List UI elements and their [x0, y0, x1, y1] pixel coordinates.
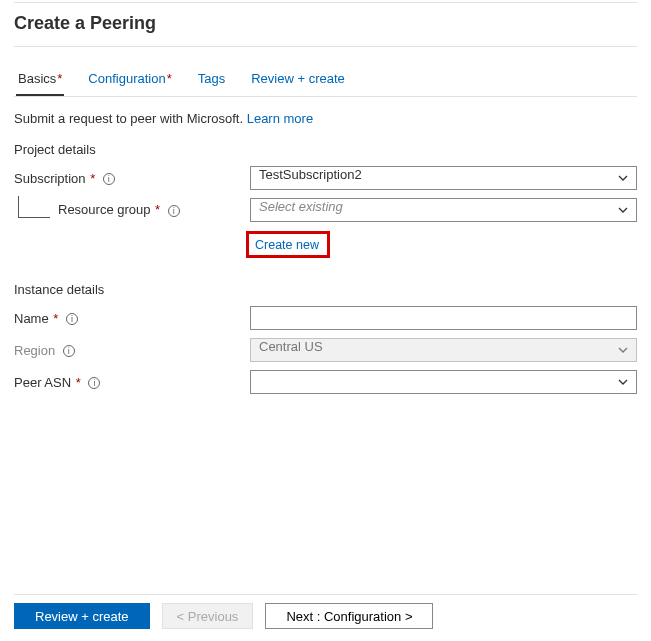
region-label-text: Region: [14, 343, 55, 358]
learn-more-link[interactable]: Learn more: [247, 111, 313, 126]
name-label: Name * i: [14, 311, 250, 326]
required-marker: *: [86, 171, 96, 186]
section-project-details: Project details: [14, 142, 637, 157]
info-icon[interactable]: i: [168, 205, 180, 217]
tree-connector-icon: [18, 196, 50, 218]
peer-asn-label: Peer ASN * i: [14, 375, 250, 390]
info-icon[interactable]: i: [88, 377, 100, 389]
tab-basics-label: Basics: [18, 71, 56, 86]
resource-group-label-text: Resource group: [58, 202, 151, 217]
page-title: Create a Peering: [14, 13, 637, 34]
peer-asn-label-text: Peer ASN: [14, 375, 71, 390]
required-marker: *: [71, 375, 81, 390]
description-plain: Submit a request to peer with Microsoft.: [14, 111, 243, 126]
tabs-bar: Basics* Configuration* Tags Review + cre…: [14, 65, 637, 97]
required-marker: *: [49, 311, 59, 326]
name-input[interactable]: [250, 306, 637, 330]
info-icon[interactable]: i: [63, 345, 75, 357]
resource-group-label: Resource group * i: [58, 202, 180, 217]
subscription-label-text: Subscription: [14, 171, 86, 186]
resource-group-placeholder: Select existing: [259, 199, 343, 214]
peer-asn-select[interactable]: [250, 370, 637, 394]
section-instance-details: Instance details: [14, 282, 637, 297]
footer-bar: Review + create < Previous Next : Config…: [14, 594, 637, 629]
next-configuration-button[interactable]: Next : Configuration >: [265, 603, 433, 629]
previous-button: < Previous: [162, 603, 254, 629]
region-select: Central US: [250, 338, 637, 362]
tab-review-create[interactable]: Review + create: [249, 65, 347, 96]
subscription-select[interactable]: TestSubscription2: [250, 166, 637, 190]
resource-group-select[interactable]: Select existing: [250, 198, 637, 222]
review-create-button[interactable]: Review + create: [14, 603, 150, 629]
tab-configuration[interactable]: Configuration*: [86, 65, 173, 96]
tab-configuration-label: Configuration: [88, 71, 165, 86]
subscription-value: TestSubscription2: [259, 167, 362, 182]
name-label-text: Name: [14, 311, 49, 326]
tab-tags-label: Tags: [198, 71, 225, 86]
required-marker: *: [166, 71, 172, 86]
description-text: Submit a request to peer with Microsoft.…: [14, 111, 637, 126]
required-marker: *: [56, 71, 62, 86]
tab-basics[interactable]: Basics*: [16, 65, 64, 96]
info-icon[interactable]: i: [66, 313, 78, 325]
region-value: Central US: [259, 339, 323, 354]
tab-tags[interactable]: Tags: [196, 65, 227, 96]
info-icon[interactable]: i: [103, 173, 115, 185]
create-new-link[interactable]: Create new: [255, 238, 319, 252]
region-label: Region i: [14, 343, 250, 358]
create-new-highlight: Create new: [246, 231, 330, 258]
required-marker: *: [151, 202, 161, 217]
subscription-label: Subscription * i: [14, 171, 250, 186]
tab-review-create-label: Review + create: [251, 71, 345, 86]
